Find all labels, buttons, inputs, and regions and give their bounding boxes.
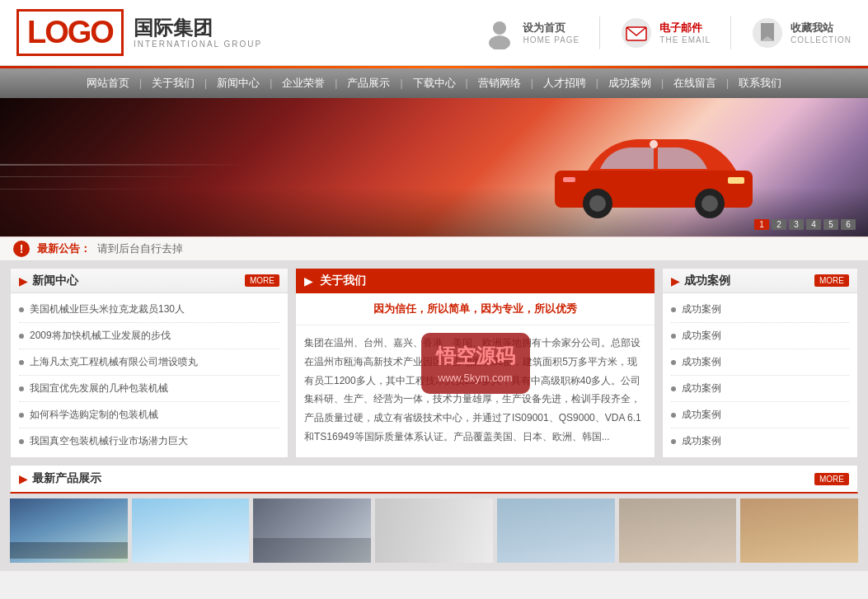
bullet-3 xyxy=(19,360,24,365)
case-text-2: 成功案例 xyxy=(682,329,721,343)
cases-title-arrow: ▶ xyxy=(671,274,680,288)
nav-item-products[interactable]: 产品展示 xyxy=(337,76,400,91)
banner: 1 2 3 4 5 6 xyxy=(0,98,868,236)
header: LOGO 国际集团 INTERNATIONAL GROUP 设为首页 HOME … xyxy=(0,0,868,66)
nav-item-contact[interactable]: 联系我们 xyxy=(729,76,791,91)
case-text-5: 成功案例 xyxy=(682,408,721,422)
products-header-bar: ▶ 最新产品展示 MORE xyxy=(10,465,858,494)
cases-more-btn[interactable]: MORE xyxy=(814,274,849,287)
announce-bar: ! 最新公告： 请到后台自行去掉 xyxy=(0,236,868,261)
nav-list: 网站首页 | 关于我们 | 新闻中心 | 企业荣誉 | 产品展示 | 下载中心 … xyxy=(77,76,791,91)
company-cn: 国际集团 xyxy=(134,16,262,40)
banner-dots: 1 2 3 4 5 6 xyxy=(754,219,856,230)
cases-header: ▶ 成功案例 MORE xyxy=(663,269,857,293)
bullet-1 xyxy=(19,307,24,312)
about-header-text: 关于我们 xyxy=(320,274,366,288)
news-item-3[interactable]: 上海凡太克工程机械有限公司增设喷丸 xyxy=(19,349,279,376)
case-text-4: 成功案例 xyxy=(682,381,721,395)
svg-text:!: ! xyxy=(20,242,24,255)
news-item-2[interactable]: 2009将加快机械工业发展的步伐 xyxy=(19,323,279,349)
nav-item-network[interactable]: 营销网络 xyxy=(468,76,531,91)
about-section: ▶ 关于我们 悟空源码 www.5kym.com 因为信任，所以简单，因为专业，… xyxy=(295,268,655,458)
case-item-1[interactable]: 成功案例 xyxy=(671,297,849,323)
company-name: 国际集团 INTERNATIONAL GROUP xyxy=(134,16,262,49)
product-thumb-7[interactable] xyxy=(740,498,858,563)
bullet-6 xyxy=(19,439,24,444)
case-item-6[interactable]: 成功案例 xyxy=(671,428,849,454)
bullet-2 xyxy=(19,334,24,339)
nav-item-recruit[interactable]: 人才招聘 xyxy=(533,76,596,91)
news-text-1: 美国机械业巨头米拉克龙裁员130人 xyxy=(30,302,185,316)
cases-title: ▶ 成功案例 xyxy=(671,274,730,288)
svg-point-12 xyxy=(701,195,718,212)
case-bullet-6 xyxy=(671,439,676,444)
cases-title-text: 成功案例 xyxy=(684,274,730,288)
homepage-label: 设为首页 xyxy=(523,21,579,35)
news-section: ▶ 新闻中心 MORE 美国机械业巨头米拉克龙裁员130人 2009将加快机械工… xyxy=(10,268,289,458)
watermark-url: www.5kym.com xyxy=(436,372,515,384)
nav-item-honor[interactable]: 企业荣誉 xyxy=(272,76,335,91)
news-item-5[interactable]: 如何科学选购定制的包装机械 xyxy=(19,402,279,428)
news-more-btn[interactable]: MORE xyxy=(245,274,279,287)
case-bullet-2 xyxy=(671,334,676,339)
product-thumb-2[interactable] xyxy=(132,498,250,563)
nav-bar: 网站首页 | 关于我们 | 新闻中心 | 企业荣誉 | 产品展示 | 下载中心 … xyxy=(0,68,868,98)
case-item-2[interactable]: 成功案例 xyxy=(671,323,849,349)
collect-btn[interactable]: 收藏我站 COLLECTION xyxy=(751,16,852,49)
product-thumb-1[interactable] xyxy=(10,498,128,563)
bullet-5 xyxy=(19,413,24,418)
product-thumb-3[interactable] xyxy=(253,498,371,563)
header-actions: 设为首页 HOME PAGE 电子邮件 THE EMAIL xyxy=(483,16,852,49)
announce-label: 最新公告： xyxy=(37,241,91,256)
about-header: ▶ 关于我们 xyxy=(296,269,655,293)
news-item-6[interactable]: 我国真空包装机械行业市场潜力巨大 xyxy=(19,428,279,454)
case-bullet-4 xyxy=(671,386,676,391)
news-text-6: 我国真空包装机械行业市场潜力巨大 xyxy=(30,434,188,448)
company-en: INTERNATIONAL GROUP xyxy=(134,40,262,49)
watermark-logo-text: 悟空源码 xyxy=(436,343,515,369)
set-homepage-btn[interactable]: 设为首页 HOME PAGE xyxy=(483,16,579,49)
speed-lines xyxy=(0,147,868,197)
svg-point-0 xyxy=(493,21,506,35)
news-item-4[interactable]: 我国宜优先发展的几种包装机械 xyxy=(19,376,279,402)
nav-item-news[interactable]: 新闻中心 xyxy=(207,76,270,91)
product-thumb-5[interactable] xyxy=(497,498,615,563)
news-text-5: 如何科学选购定制的包装机械 xyxy=(30,408,158,422)
dot-5[interactable]: 5 xyxy=(823,219,838,230)
news-item-1[interactable]: 美国机械业巨头米拉克龙裁员130人 xyxy=(19,297,279,323)
product-thumb-6[interactable] xyxy=(619,498,737,563)
bullet-4 xyxy=(19,386,24,391)
nav-item-about[interactable]: 关于我们 xyxy=(142,76,204,91)
news-title-arrow: ▶ xyxy=(19,274,28,288)
person-icon xyxy=(483,16,516,49)
about-slogan: 因为信任，所以简单，因为专业，所以优秀 xyxy=(296,293,655,325)
nav-item-download[interactable]: 下载中心 xyxy=(403,76,466,91)
case-item-3[interactable]: 成功案例 xyxy=(671,349,849,376)
dot-4[interactable]: 4 xyxy=(806,219,821,230)
product-thumb-4[interactable] xyxy=(375,498,493,563)
email-btn[interactable]: 电子邮件 THE EMAIL xyxy=(620,16,711,49)
news-list: 美国机械业巨头米拉克龙裁员130人 2009将加快机械工业发展的步伐 上海凡太克… xyxy=(11,293,288,457)
dot-2[interactable]: 2 xyxy=(772,219,786,230)
case-bullet-3 xyxy=(671,360,676,365)
product-thumbs xyxy=(10,498,858,563)
cases-section: ▶ 成功案例 MORE 成功案例 成功案例 成功案例 成功案例 xyxy=(662,268,858,458)
case-item-4[interactable]: 成功案例 xyxy=(671,376,849,402)
nav-item-cases[interactable]: 成功案例 xyxy=(598,76,661,91)
dot-6[interactable]: 6 xyxy=(841,219,856,230)
divider-v2 xyxy=(730,16,731,49)
cases-list: 成功案例 成功案例 成功案例 成功案例 成功案例 成功案例 xyxy=(663,293,857,457)
news-text-4: 我国宜优先发展的几种包装机械 xyxy=(30,381,168,395)
nav-item-guestbook[interactable]: 在线留言 xyxy=(664,76,726,91)
dot-3[interactable]: 3 xyxy=(789,219,804,230)
news-text-2: 2009将加快机械工业发展的步伐 xyxy=(30,329,171,343)
products-more-btn[interactable]: MORE xyxy=(814,473,849,485)
logo-box: LOGO xyxy=(16,9,124,56)
main-content: ▶ 新闻中心 MORE 美国机械业巨头米拉克龙裁员130人 2009将加快机械工… xyxy=(0,261,868,465)
nav-item-home[interactable]: 网站首页 xyxy=(77,76,139,91)
bookmark-icon xyxy=(751,16,784,49)
dot-1[interactable]: 1 xyxy=(754,219,769,230)
products-title-text: 最新产品展示 xyxy=(32,471,101,486)
case-item-5[interactable]: 成功案例 xyxy=(671,402,849,428)
email-label: 电子邮件 xyxy=(659,21,711,35)
